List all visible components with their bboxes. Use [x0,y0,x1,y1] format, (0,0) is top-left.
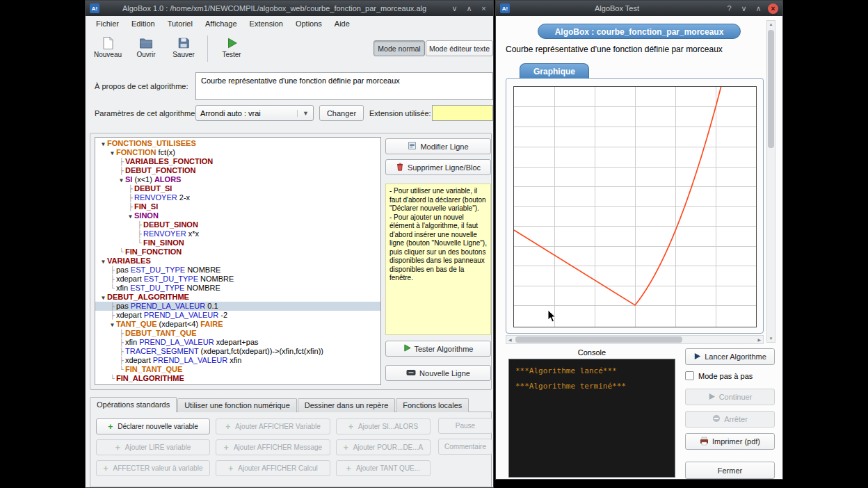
minimize-icon[interactable]: ∨ [449,4,460,13]
menu-fichier[interactable]: Fichier [90,17,125,31]
scroll-right-icon[interactable]: ▶ [757,337,761,342]
collapse-arrow-icon[interactable]: ▼ [108,320,116,330]
comment-button[interactable]: Commentaire [438,439,492,455]
menu-aide[interactable]: Aide [328,17,356,31]
open-button[interactable]: Ouvrir [130,34,162,60]
close-icon[interactable]: × [768,3,778,14]
vertical-scroll-thumb[interactable] [768,30,774,148]
tab-utiliser-une-fonction-num-rique[interactable]: Utiliser une fonction numérique [177,398,297,412]
tree-row[interactable]: ├VARIABLES_FONCTION [95,157,380,166]
tree-row[interactable]: ├xdepart PREND_LA_VALEUR xfin [95,356,380,365]
collapse-arrow-icon[interactable]: ▼ [99,293,107,302]
collapse-arrow-icon[interactable]: ▼ [118,176,125,185]
tree-row[interactable]: ├pas EST_DU_TYPE NOMBRE [95,266,380,275]
add-display-calc-button[interactable]: +Ajouter AFFICHER Calcul [216,460,330,476]
tree-row[interactable]: ├TRACER_SEGMENT (xdepart,fct(xdepart))->… [95,347,380,356]
tree-row[interactable]: ├DEBUT_SINON [95,220,380,229]
run-algorithm-button[interactable]: Lancer Algorithme [685,348,775,365]
test-titlebar[interactable]: A! AlgoBox Test ? ∨ ∧ × [496,1,782,16]
step-mode-row[interactable]: Mode pas à pas [685,371,753,380]
tree-row[interactable]: ▼DEBUT_ALGORITHME [95,293,380,302]
collapse-arrow-icon[interactable]: ▼ [127,212,134,221]
tree-row[interactable]: ▼FONCTIONS_UTILISEES [95,139,380,148]
tree-row[interactable]: ├xdepart PREND_LA_VALEUR -2 [95,311,380,320]
tree-row[interactable]: ├RENVOYER x*x [95,229,380,238]
extension-field[interactable] [432,105,493,121]
scroll-down-icon[interactable]: ▼ [767,336,775,341]
collapse-arrow-icon[interactable]: ▼ [108,149,116,158]
main-titlebar[interactable]: A! AlgoBox 1.0 : /home/xm1/NEWCOMPIL/alg… [86,1,493,16]
minimize-icon[interactable]: ∨ [739,4,749,13]
rounding-select[interactable]: Arrondi auto : vrai ▼ [195,105,314,121]
algorithm-tree[interactable]: ▼FONCTIONS_UTILISEES ▼FONCTION fct(x) ├V… [95,137,381,385]
tree-row[interactable]: ├DEBUT_SI [95,184,380,193]
about-textarea[interactable]: Courbe représentative d'une fonction déf… [195,72,493,100]
tree-row[interactable]: ▼VARIABLES [95,257,380,266]
tree-row[interactable]: └xfin EST_DU_TYPE NOMBRE [95,284,380,293]
tree-row[interactable]: ▼TANT_QUE (xdepart<4) FAIRE [95,320,380,329]
graph-canvas[interactable] [513,86,757,327]
scroll-left-icon[interactable]: ◀ [508,337,512,342]
tree-row[interactable]: ▼SINON [95,211,380,220]
horizontal-scrollbar[interactable]: ◀ ▶ [506,335,764,344]
tree-row[interactable]: └FIN_FONCTION [95,247,380,257]
tree-row[interactable]: ├DEBUT_TANT_QUE [95,329,380,338]
menu-tutoriel[interactable]: Tutoriel [161,17,199,31]
tree-row[interactable]: ├xdepart EST_DU_TYPE NOMBRE [95,275,380,284]
tab-dessiner-dans-un-rep-re[interactable]: Dessiner dans un repère [298,398,395,412]
test-button[interactable]: Tester [216,34,248,60]
add-while-loop-button[interactable]: +Ajouter TANT QUE... [336,460,431,476]
tab-fonctions-locales[interactable]: Fonctions locales [396,398,469,412]
assign-value-to-variable-button[interactable]: +AFFECTER valeur à variable [96,460,210,476]
tab-op-rations-standards[interactable]: Opérations standards [90,397,177,412]
modify-line-button[interactable]: Modifier Ligne [385,138,491,154]
close-icon[interactable]: × [479,4,489,13]
collapse-arrow-icon[interactable]: ▼ [99,257,107,266]
add-read-variable-button[interactable]: +Ajouter LIRE variable [96,439,210,455]
new-line-button[interactable]: Nouvelle Ligne [385,365,491,381]
mode-normal-button[interactable]: Mode normal [373,40,425,56]
close-button[interactable]: Fermer [685,462,775,479]
chevron-down-icon: ▼ [297,110,309,117]
pause-button[interactable]: Pause [438,418,492,434]
menu-edition[interactable]: Edition [125,17,161,31]
tree-row[interactable]: ├pas PREND_LA_VALEUR 0.1 [95,302,380,311]
tree-row[interactable]: ▼FONCTION fct(x) [95,148,380,157]
tab-graphique[interactable]: Graphique [520,63,589,79]
mode-text-editor-button[interactable]: Mode éditeur texte [426,40,493,56]
tree-row[interactable]: ├RENVOYER 2-x [95,193,380,202]
tree-connector: ├ [118,166,125,175]
horizontal-scroll-thumb[interactable] [515,336,682,343]
scroll-up-icon[interactable]: ▲ [767,22,775,26]
menu-affichage[interactable]: Affichage [199,17,243,31]
add-for-loop-button[interactable]: +Ajouter POUR...DE...A [336,439,431,455]
delete-line-button[interactable]: Supprimer Ligne/Bloc [385,159,491,175]
print-pdf-button[interactable]: Imprimer (pdf) [685,433,775,450]
declare-new-variable-button[interactable]: +Déclarer nouvelle variable [96,418,210,434]
new-button[interactable]: Nouveau [91,34,124,60]
add-display-variable-button[interactable]: +Ajouter AFFICHER Variable [216,418,330,434]
tree-row[interactable]: └FIN_TANT_QUE [95,365,380,374]
save-button[interactable]: Sauver [168,34,200,60]
stop-button[interactable]: Arrêter [685,411,775,428]
changer-button[interactable]: Changer [319,105,364,121]
tree-row[interactable]: ├xfin PREND_LA_VALEUR xdepart+pas [95,338,380,347]
vertical-scrollbar[interactable]: ▲ ▼ [766,20,775,343]
add-if-then-button[interactable]: +Ajouter SI...ALORS [336,418,431,434]
tree-row[interactable]: └FIN_SINON [95,238,380,247]
tree-row[interactable]: └FIN_ALGORITHME [95,374,380,383]
tree-row[interactable]: ├FIN_SI [95,202,380,211]
collapse-arrow-icon[interactable]: ▼ [99,140,107,149]
maximize-icon[interactable]: ∧ [464,4,474,13]
maximize-icon[interactable]: ∧ [753,4,764,13]
tree-row[interactable]: ├DEBUT_FONCTION [95,166,380,175]
step-mode-checkbox[interactable] [685,371,694,380]
continue-button[interactable]: Continuer [685,389,775,405]
add-display-message-button[interactable]: +Ajouter AFFICHER Message [216,439,330,455]
help-icon[interactable]: ? [724,4,734,13]
menu-extension[interactable]: Extension [243,17,289,31]
test-algorithm-button[interactable]: Tester Algorithme [385,341,491,357]
menu-options[interactable]: Options [289,17,328,31]
tree-row[interactable]: ▼SI (x<1) ALORS [95,175,380,184]
tree-connector: └ [136,238,143,247]
